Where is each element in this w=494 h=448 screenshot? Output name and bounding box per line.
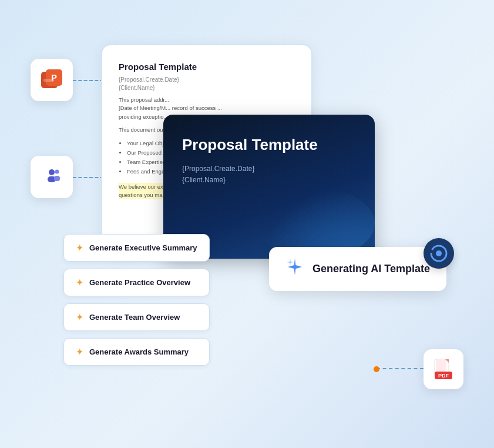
btn-sparkle-3: ✦ [76, 312, 83, 323]
powerpoint-icon-box: P [31, 59, 73, 101]
doc-field-2: {Client.Name} [119, 85, 295, 91]
generate-practice-overview-button[interactable]: ✦ Generate Practice Overview [63, 269, 210, 296]
teams-icon-box [31, 156, 73, 198]
refresh-circle-icon [424, 238, 454, 269]
svg-point-7 [55, 170, 59, 174]
btn-sparkle-4: ✦ [76, 346, 83, 357]
generating-pill: Generating AI Template [269, 247, 446, 291]
btn-label-3: Generate Team Overview [89, 313, 180, 322]
generate-team-overview-button[interactable]: ✦ Generate Team Overview [63, 303, 210, 331]
dark-card-field-2: {Client.Name} [182, 176, 356, 184]
dashed-connector-right [377, 368, 424, 369]
dark-card-title: Proposal Template [182, 136, 356, 154]
btn-label-1: Generate Executive Summary [89, 243, 197, 252]
sparkle-icon [285, 258, 304, 280]
refresh-icon [430, 245, 448, 262]
btn-label-2: Generate Practice Overview [89, 278, 190, 287]
btn-sparkle-1: ✦ [76, 242, 83, 253]
teams-icon [39, 164, 65, 190]
svg-point-6 [49, 169, 55, 175]
actions-column: ✦ Generate Executive Summary ✦ Generate … [63, 234, 210, 366]
btn-sparkle-2: ✦ [76, 277, 83, 288]
dark-card-field-1: {Proposal.Create.Date} [182, 165, 356, 173]
connector-dot-right [374, 366, 379, 372]
pdf-icon-box: PDF [424, 349, 463, 389]
svg-rect-9 [54, 176, 60, 181]
generate-executive-summary-button[interactable]: ✦ Generate Executive Summary [63, 234, 210, 262]
pdf-icon: PDF [431, 356, 456, 382]
svg-text:PDF: PDF [438, 373, 449, 379]
svg-rect-14 [436, 359, 446, 372]
svg-point-11 [436, 250, 442, 256]
generate-awards-summary-button[interactable]: ✦ Generate Awards Summary [63, 338, 210, 366]
powerpoint-icon: P [39, 67, 65, 93]
doc-card-title: Proposal Template [119, 62, 295, 72]
btn-label-4: Generate Awards Summary [89, 347, 189, 356]
generating-text: Generating AI Template [312, 263, 430, 275]
svg-rect-4 [43, 79, 54, 82]
doc-field-1: {Proposal.Create.Date} [119, 76, 295, 83]
